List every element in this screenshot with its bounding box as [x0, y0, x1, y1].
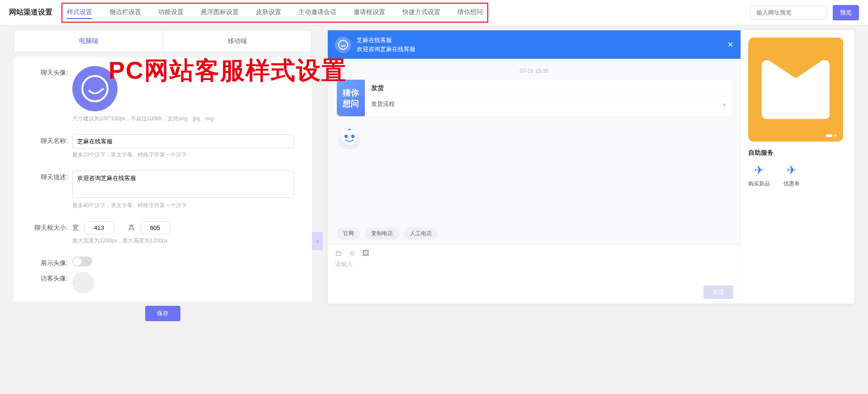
width-label: 宽	[72, 224, 79, 232]
chat-input[interactable]	[335, 261, 733, 267]
chat-preview-window: 芝麻在线客服 欢迎咨询芝麻在线客服 ✕ 07-26 15:35 猜你想问 发货 …	[327, 30, 854, 304]
chat-avatar-upload[interactable]	[72, 66, 118, 111]
svg-point-2	[339, 40, 348, 49]
height-label: 高	[128, 224, 135, 232]
size-hint: 最大宽度为1200px，最大高度为1200px	[72, 237, 294, 245]
svg-line-1	[101, 89, 104, 90]
image-icon[interactable]: 🖼	[362, 249, 369, 257]
save-button[interactable]: 保存	[145, 306, 180, 321]
chat-header-desc: 欢迎咨询芝麻在线客服	[357, 45, 722, 54]
quick-tag-copy-phone[interactable]: 复制电话	[365, 228, 399, 240]
visitor-avatar-label: 访客头像:	[32, 272, 68, 283]
tab-sidebar[interactable]: 侧边栏设置	[109, 6, 141, 19]
tab-float-icon[interactable]: 悬浮图标设置	[201, 6, 239, 19]
chat-timestamp: 07-26 15:35	[337, 68, 731, 74]
chat-desc-input[interactable]	[72, 171, 294, 198]
tab-guess[interactable]: 猜你想问	[458, 6, 483, 19]
emoji-icon[interactable]: ☺	[349, 249, 356, 257]
width-input[interactable]	[84, 221, 114, 234]
tab-skin[interactable]: 皮肤设置	[256, 6, 281, 19]
chat-header: 芝麻在线客服 欢迎咨询芝麻在线客服 ✕	[328, 30, 741, 59]
chevron-left-icon: ‹	[316, 237, 319, 245]
visitor-avatar-upload[interactable]	[72, 272, 94, 294]
preview-url-input[interactable]	[750, 5, 827, 19]
robot-avatar-icon	[337, 125, 362, 151]
service-coupon[interactable]: ✈ 优惠券	[783, 163, 800, 188]
quick-tag-website[interactable]: 官网	[337, 228, 360, 240]
service-label: 优惠券	[783, 180, 800, 188]
smile-icon	[79, 73, 111, 104]
avatar-hint: 尺寸建议为100*100px，不超过100kb，支持png、jpg、svg	[72, 115, 294, 123]
desc-label: 聊天描述:	[32, 171, 68, 181]
svg-point-0	[82, 76, 108, 101]
nav-tabs-box: 样式设置 侧边栏设置 功能设置 悬浮图标设置 皮肤设置 主动邀请会话 邀请框设置…	[61, 3, 488, 23]
page-title: 网站渠道设置	[9, 8, 52, 17]
preview-button[interactable]: 预览	[833, 5, 859, 20]
collapse-handle[interactable]: ‹	[312, 232, 323, 250]
svg-point-5	[344, 135, 348, 138]
suggest-card: 猜你想问 发货 发货流程 ›	[337, 80, 731, 116]
side-section-title: 自助服务	[748, 149, 847, 157]
suggest-label: 猜你想问	[337, 80, 365, 116]
chevron-right-icon: ›	[723, 101, 725, 108]
svg-point-7	[348, 128, 351, 130]
suggest-item[interactable]: 发货流程 ›	[371, 96, 725, 112]
carousel-dots[interactable]	[826, 134, 837, 137]
device-tab-mobile[interactable]: 移动端	[163, 30, 311, 52]
folder-icon[interactable]: 🗀	[335, 249, 342, 257]
suggest-title: 发货	[371, 84, 725, 92]
name-label: 聊天名称:	[32, 134, 68, 145]
quick-tag-human-phone[interactable]: 人工电话	[404, 228, 438, 240]
service-label: 购买新品	[748, 180, 770, 188]
tab-invite-session[interactable]: 主动邀请会话	[298, 6, 336, 19]
plane-icon: ✈	[783, 163, 800, 177]
show-avatar-label: 展示头像:	[32, 256, 68, 267]
tab-function[interactable]: 功能设置	[158, 6, 184, 19]
size-label: 聊天框大小:	[32, 221, 68, 232]
promo-envelope-icon	[748, 38, 843, 142]
tab-invite-box[interactable]: 邀请框设置	[354, 6, 385, 19]
close-icon[interactable]: ✕	[727, 40, 733, 49]
svg-point-4	[342, 129, 357, 145]
name-hint: 最多20个汉字，英文字母、特殊字符算一个汉字	[72, 151, 294, 159]
tab-style[interactable]: 样式设置	[67, 6, 92, 19]
svg-point-6	[351, 135, 354, 138]
show-avatar-toggle[interactable]	[72, 256, 92, 266]
height-input[interactable]	[140, 221, 170, 234]
chat-header-name: 芝麻在线客服	[357, 36, 722, 45]
service-buy-new[interactable]: ✈ 购买新品	[748, 163, 770, 188]
suggest-item-text: 发货流程	[371, 100, 395, 108]
send-button[interactable]: 发送	[703, 285, 733, 299]
desc-hint: 最多40个汉字，英文字母、特殊字符算一个汉字	[72, 202, 294, 209]
plane-icon: ✈	[748, 163, 770, 177]
device-tab-pc[interactable]: 电脑端	[14, 30, 163, 52]
chat-name-input[interactable]	[72, 134, 294, 148]
tab-quick[interactable]: 快捷方式设置	[402, 6, 440, 19]
avatar-label: 聊天头像:	[32, 66, 68, 77]
chat-header-avatar-icon	[335, 37, 351, 53]
